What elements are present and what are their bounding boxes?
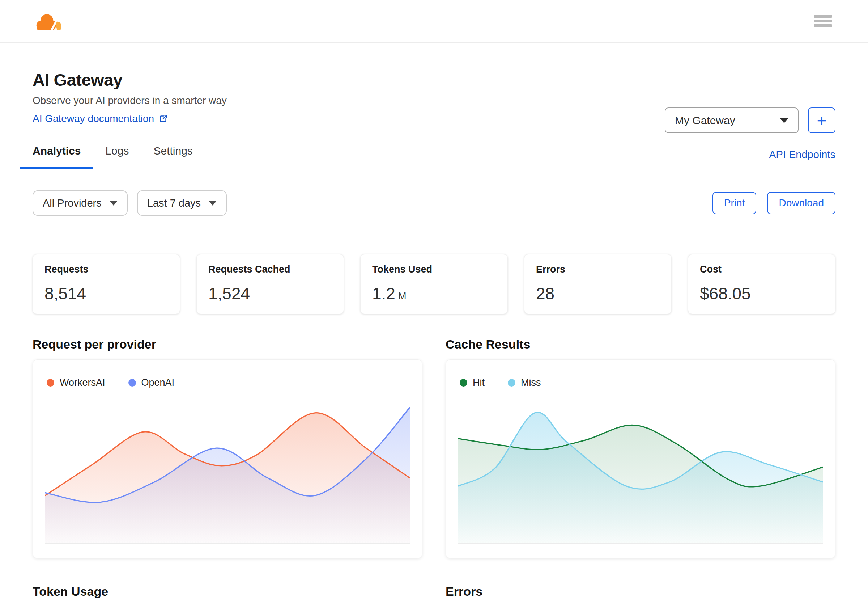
stat-card-cost: Cost $68.05 xyxy=(688,254,835,314)
legend-item-miss: Miss xyxy=(508,377,541,388)
gateway-select-value: My Gateway xyxy=(675,115,735,127)
stat-value: 1,524 xyxy=(208,284,332,303)
cache-chart-legend: Hit Miss xyxy=(460,377,541,388)
cache-chart-title: Cache Results xyxy=(446,337,835,352)
tab-settings[interactable]: Settings xyxy=(141,145,205,169)
legend-item-hit: Hit xyxy=(460,377,485,388)
print-button[interactable]: Print xyxy=(713,192,757,214)
documentation-link-label: AI Gateway documentation xyxy=(33,113,154,124)
topbar xyxy=(0,0,868,43)
stat-label: Errors xyxy=(536,264,660,275)
charts-section: Request per provider WorkersAI OpenAI Ca… xyxy=(33,337,835,558)
tabs: Analytics Logs Settings xyxy=(20,145,205,169)
cache-chart-card: Hit Miss xyxy=(446,359,835,558)
stat-value: 1.2M xyxy=(372,284,496,303)
chevron-down-icon xyxy=(780,118,788,123)
bottom-sections: Token Usage Errors xyxy=(33,585,835,607)
tab-analytics[interactable]: Analytics xyxy=(20,145,93,169)
stat-value: $68.05 xyxy=(700,284,824,303)
legend-dot-openai xyxy=(128,379,136,387)
legend-dot-miss xyxy=(508,379,515,387)
token-usage-title: Token Usage xyxy=(33,585,422,599)
stats-row: Requests 8,514 Requests Cached 1,524 Tok… xyxy=(33,254,835,314)
cache-area-chart xyxy=(458,402,823,543)
download-button[interactable]: Download xyxy=(767,192,835,214)
legend-item-openai: OpenAI xyxy=(128,377,175,388)
filter-row: All Providers Last 7 days Print Download xyxy=(33,190,835,216)
legend-dot-hit xyxy=(460,379,467,387)
cloudflare-logo xyxy=(33,11,67,31)
page-subtitle: Observe your AI providers in a smarter w… xyxy=(33,95,835,107)
cache-chart-plot xyxy=(458,402,823,543)
stat-card-requests: Requests 8,514 xyxy=(33,254,180,314)
requests-area-chart xyxy=(45,402,410,543)
stat-value: 28 xyxy=(536,284,660,303)
date-range-select[interactable]: Last 7 days xyxy=(137,190,227,216)
tab-logs[interactable]: Logs xyxy=(93,145,141,169)
requests-chart-column: Request per provider WorkersAI OpenAI xyxy=(33,337,422,558)
plus-icon: + xyxy=(817,112,827,129)
cache-chart-column: Cache Results Hit Miss xyxy=(446,337,835,558)
legend-dot-workersai xyxy=(47,379,54,387)
providers-select-value: All Providers xyxy=(43,197,102,209)
x-axis-baseline xyxy=(458,543,823,544)
stat-label: Cost xyxy=(700,264,824,275)
stat-card-tokens-used: Tokens Used 1.2M xyxy=(360,254,508,314)
add-gateway-button[interactable]: + xyxy=(808,107,835,133)
unit-suffix: M xyxy=(398,291,406,302)
requests-chart-plot xyxy=(45,402,410,543)
menu-hamburger-icon[interactable] xyxy=(814,15,832,27)
legend-item-workersai: WorkersAI xyxy=(47,377,105,388)
requests-chart-legend: WorkersAI OpenAI xyxy=(47,377,174,388)
stat-label: Requests Cached xyxy=(208,264,332,275)
stat-label: Tokens Used xyxy=(372,264,496,275)
stat-label: Requests xyxy=(44,264,168,275)
requests-chart-title: Request per provider xyxy=(33,337,422,352)
api-endpoints-link[interactable]: API Endpoints xyxy=(769,149,835,169)
providers-select[interactable]: All Providers xyxy=(33,190,128,216)
external-link-icon xyxy=(158,114,168,123)
chevron-down-icon xyxy=(110,201,118,206)
gateway-select[interactable]: My Gateway xyxy=(665,107,799,133)
x-axis-baseline xyxy=(45,543,410,544)
stat-value: 8,514 xyxy=(44,284,168,303)
chevron-down-icon xyxy=(209,201,217,206)
gateway-controls: My Gateway + xyxy=(665,107,835,133)
tabs-bar: Analytics Logs Settings API Endpoints xyxy=(0,145,868,170)
stat-card-errors: Errors 28 xyxy=(524,254,672,314)
page-header: AI Gateway Observe your AI providers in … xyxy=(0,43,868,124)
errors-section-title: Errors xyxy=(446,585,835,599)
requests-chart-card: WorkersAI OpenAI xyxy=(33,359,422,558)
date-range-select-value: Last 7 days xyxy=(147,197,201,209)
stat-card-requests-cached: Requests Cached 1,524 xyxy=(196,254,344,314)
page-title: AI Gateway xyxy=(33,70,835,90)
documentation-link[interactable]: AI Gateway documentation xyxy=(33,113,168,124)
